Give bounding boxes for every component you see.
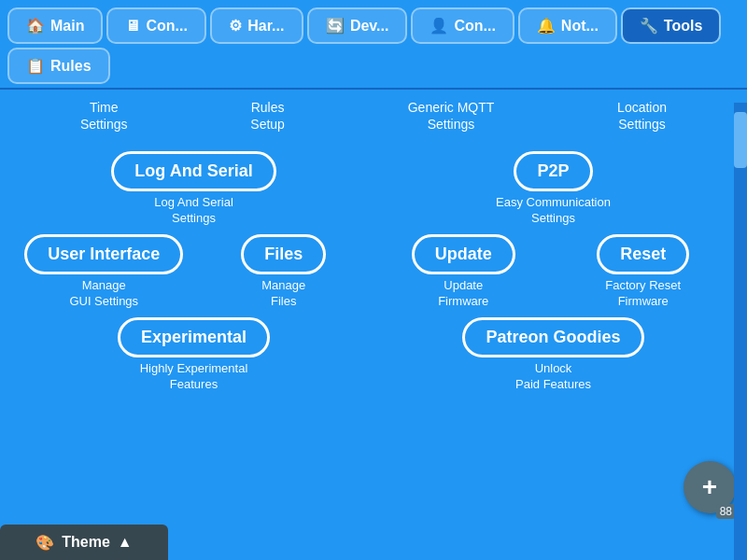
theme-icon: 🎨 xyxy=(35,534,54,552)
theme-label: Theme xyxy=(62,534,110,551)
tab-main[interactable]: 🏠 Main xyxy=(7,7,103,44)
bell-icon: 🔔 xyxy=(537,17,556,35)
log-and-serial-label: Log And Serial Settings xyxy=(154,195,233,227)
tab-tools[interactable]: 🔧 Tools xyxy=(621,7,721,44)
p2p-button[interactable]: P2P xyxy=(514,151,592,191)
sub-nav: Time Settings Rules Setup Generic MQTT S… xyxy=(0,88,747,142)
row-1: Log And Serial Log And Serial Settings P… xyxy=(19,151,728,227)
tab-not[interactable]: 🔔 Not... xyxy=(518,7,617,44)
patreon-goodies-label: Unlock Paid Features xyxy=(515,361,591,393)
scrollbar[interactable] xyxy=(734,103,747,560)
cell-experimental: Experimental Highly Experimental Feature… xyxy=(19,317,369,393)
theme-bar[interactable]: 🎨 Theme ▲ xyxy=(0,525,168,560)
scrollbar-thumb[interactable] xyxy=(734,112,747,168)
cell-patreon-goodies: Patreon Goodies Unlock Paid Features xyxy=(378,317,728,393)
files-label: Manage Files xyxy=(261,278,305,310)
experimental-label: Highly Experimental Features xyxy=(140,361,248,393)
tab-con1[interactable]: 🖥 Con... xyxy=(106,7,205,44)
tab-con2[interactable]: 👤 Con... xyxy=(411,7,514,44)
reset-label: Factory Reset Firmware xyxy=(605,278,681,310)
main-content: Log And Serial Log And Serial Settings P… xyxy=(0,142,747,401)
dev-icon: 🔄 xyxy=(326,17,345,35)
subnav-location-settings[interactable]: Location Settings xyxy=(610,97,674,134)
update-label: Update Firmware xyxy=(438,278,488,310)
top-nav: 🏠 Main 🖥 Con... ⚙ Har... 🔄 Dev... 👤 Con.… xyxy=(0,0,747,84)
tab-dev[interactable]: 🔄 Dev... xyxy=(307,7,408,44)
user-icon: 👤 xyxy=(430,17,448,35)
row-2: User Interface Manage GUI Settings Files… xyxy=(19,234,728,310)
cell-log-and-serial: Log And Serial Log And Serial Settings xyxy=(19,151,369,227)
experimental-button[interactable]: Experimental xyxy=(118,317,270,357)
home-icon: 🏠 xyxy=(26,17,45,35)
log-and-serial-button[interactable]: Log And Serial xyxy=(111,151,275,191)
cell-update: Update Update Firmware xyxy=(378,234,549,310)
subnav-generic-mqtt[interactable]: Generic MQTT Settings xyxy=(401,97,502,134)
theme-arrow-icon: ▲ xyxy=(118,534,133,551)
reset-button[interactable]: Reset xyxy=(597,234,689,274)
cell-p2p: P2P Easy Communication Settings xyxy=(378,151,728,227)
row-3: Experimental Highly Experimental Feature… xyxy=(19,317,728,393)
user-interface-button[interactable]: User Interface xyxy=(24,234,183,274)
files-button[interactable]: Files xyxy=(241,234,326,274)
user-interface-label: Manage GUI Settings xyxy=(69,278,138,310)
rules-icon: 📋 xyxy=(26,57,45,75)
gear-icon: ⚙ xyxy=(229,17,242,35)
cell-files: Files Manage Files xyxy=(199,234,370,310)
subnav-rules-setup[interactable]: Rules Setup xyxy=(243,97,292,134)
cell-reset: Reset Factory Reset Firmware xyxy=(558,234,729,310)
monitor-icon: 🖥 xyxy=(125,18,140,35)
p2p-label: Easy Communication Settings xyxy=(496,195,611,227)
tools-icon: 🔧 xyxy=(640,17,658,35)
fab-badge: 88 xyxy=(716,504,736,519)
update-button[interactable]: Update xyxy=(412,234,515,274)
tab-rules[interactable]: 📋 Rules xyxy=(7,48,110,84)
tab-har[interactable]: ⚙ Har... xyxy=(210,7,303,44)
patreon-goodies-button[interactable]: Patreon Goodies xyxy=(462,317,643,357)
cell-user-interface: User Interface Manage GUI Settings xyxy=(19,234,190,310)
subnav-time-settings[interactable]: Time Settings xyxy=(73,97,135,134)
plus-icon: + xyxy=(702,472,717,502)
